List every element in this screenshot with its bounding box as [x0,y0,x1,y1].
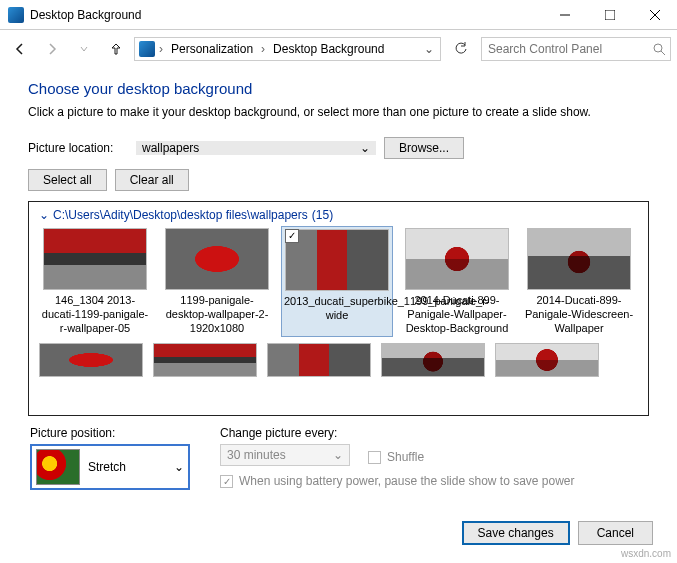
minimize-button[interactable] [542,0,587,29]
picture-position-dropdown[interactable]: Stretch ⌄ [30,444,190,490]
page-heading: Choose your desktop background [28,80,649,97]
chevron-down-icon[interactable]: ⌄ [424,42,438,56]
position-preview-icon [36,449,80,485]
page-description: Click a picture to make it your desktop … [28,105,649,119]
wallpaper-thumb[interactable]: 1199-panigale-desktop-wallpaper-2-1920x1… [161,228,273,335]
checkbox-icon [368,451,381,464]
shuffle-checkbox: Shuffle [368,450,424,464]
wallpaper-thumb[interactable] [381,343,485,377]
checkbox-checked-icon: ✓ [220,475,233,488]
change-interval-dropdown: 30 minutes ⌄ [220,444,350,466]
picture-location-dropdown[interactable]: wallpapers ⌄ [136,141,376,155]
breadcrumb-personalization[interactable]: Personalization [167,40,257,58]
chevron-down-icon: ⌄ [333,448,343,462]
chevron-down-icon: ⌄ [360,141,370,155]
forward-button[interactable] [38,35,66,63]
thumb-caption: 2014-Ducati-899-Panigale-Widescreen-Wall… [523,294,635,335]
chevron-right-icon[interactable]: › [261,42,265,56]
wallpaper-thumb[interactable]: 146_1304 2013-ducati-1199-panigale-r-wal… [39,228,151,335]
battery-checkbox: ✓ When using battery power, pause the sl… [220,474,575,488]
wallpaper-thumb[interactable] [267,343,371,377]
wallpaper-gallery: ⌄ C:\Users\Adity\Desktop\desktop files\w… [28,201,649,416]
svg-point-4 [654,44,662,52]
cancel-button[interactable]: Cancel [578,521,653,545]
breadcrumb-bar[interactable]: › Personalization › Desktop Background ⌄ [134,37,441,61]
picture-location-label: Picture location: [28,141,128,155]
thumb-image [405,228,509,290]
thumb-caption: 2013_ducati_superbike_1199_panigale_r-wi… [284,295,390,323]
thumb-caption: 2014-Ducati-899-Panigale-Wallpaper-Deskt… [401,294,513,335]
wallpaper-thumb[interactable] [495,343,599,377]
refresh-button[interactable] [449,37,473,61]
chevron-down-icon: ⌄ [39,208,49,222]
save-changes-button[interactable]: Save changes [462,521,570,545]
back-button[interactable] [6,35,34,63]
wallpaper-thumb[interactable] [39,343,143,377]
wallpaper-thumb[interactable] [153,343,257,377]
checkbox-checked-icon[interactable]: ✓ [285,229,299,243]
dialog-footer: Save changes Cancel [462,521,653,545]
up-button[interactable] [102,35,130,63]
breadcrumb-desktop-background[interactable]: Desktop Background [269,40,388,58]
clear-all-button[interactable]: Clear all [115,169,189,191]
gallery-scroll[interactable]: ⌄ C:\Users\Adity\Desktop\desktop files\w… [29,202,648,415]
wallpaper-thumb[interactable]: 2014-Ducati-899-Panigale-Wallpaper-Deskt… [401,228,513,335]
location-icon [139,41,155,57]
thumb-image: ✓ [285,229,389,291]
thumb-image [527,228,631,290]
app-icon [8,7,24,23]
chevron-down-icon: ⌄ [174,460,184,474]
recent-dropdown[interactable] [70,35,98,63]
folder-header[interactable]: ⌄ C:\Users\Adity\Desktop\desktop files\w… [39,208,644,222]
thumb-caption: 146_1304 2013-ducati-1199-panigale-r-wal… [39,294,151,335]
search-input[interactable] [486,41,652,57]
window-title: Desktop Background [30,8,542,22]
nav-toolbar: › Personalization › Desktop Background ⌄ [0,30,677,68]
svg-line-5 [661,51,665,55]
picture-position-label: Picture position: [30,426,190,440]
chevron-right-icon[interactable]: › [159,42,163,56]
watermark: wsxdn.com [621,548,671,559]
thumb-image [43,228,147,290]
thumb-caption: 1199-panigale-desktop-wallpaper-2-1920x1… [161,294,273,335]
search-icon [652,42,666,56]
thumb-image [165,228,269,290]
select-all-button[interactable]: Select all [28,169,107,191]
content-area: Choose your desktop background Click a p… [0,68,677,490]
browse-button[interactable]: Browse... [384,137,464,159]
maximize-button[interactable] [587,0,632,29]
wallpaper-thumb[interactable]: 2014-Ducati-899-Panigale-Widescreen-Wall… [523,228,635,335]
change-every-label: Change picture every: [220,426,575,440]
close-button[interactable] [632,0,677,29]
wallpaper-thumb-selected[interactable]: ✓ 2013_ducati_superbike_1199_panigale_r-… [281,226,393,337]
search-box[interactable] [481,37,671,61]
svg-rect-1 [605,10,615,20]
titlebar: Desktop Background [0,0,677,30]
